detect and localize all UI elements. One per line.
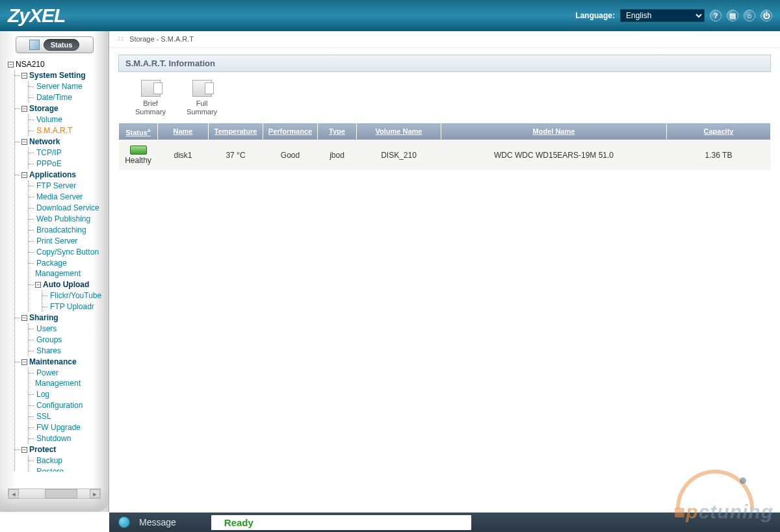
message-label: Message bbox=[139, 517, 176, 527]
toggle-icon[interactable]: − bbox=[21, 447, 27, 453]
status-text: Healthy bbox=[125, 156, 151, 165]
home-icon[interactable]: ⌂ bbox=[744, 10, 755, 21]
nav-shares[interactable]: Shares bbox=[35, 346, 61, 355]
full-summary-button[interactable]: Full Summary bbox=[187, 80, 217, 116]
cell-type: jbod bbox=[318, 140, 357, 170]
col-volume-name[interactable]: Volume Name bbox=[357, 123, 441, 140]
cell-volume-name: DISK_210 bbox=[357, 140, 441, 170]
cell-temperature: 37 °C bbox=[209, 140, 263, 170]
message-icon bbox=[118, 516, 130, 528]
nav-ssl[interactable]: SSL bbox=[35, 412, 51, 421]
logout-icon[interactable]: ⏻ bbox=[760, 10, 772, 21]
table-header-row: Status▵ Name Temperature Performance Typ… bbox=[119, 123, 771, 140]
nav-protect[interactable]: Protect bbox=[29, 445, 56, 454]
nav-applications[interactable]: Applications bbox=[29, 170, 76, 179]
nav-groups[interactable]: Groups bbox=[35, 335, 62, 344]
sort-asc-icon: ▵ bbox=[148, 127, 151, 133]
sidebar-footer-decor bbox=[0, 488, 109, 512]
nav-flickr-youtube[interactable]: Flickr/YouTube bbox=[49, 291, 101, 300]
col-performance[interactable]: Performance bbox=[263, 123, 318, 140]
brand-logo: ZyXEL bbox=[8, 5, 65, 27]
nav-download-service[interactable]: Download Service bbox=[35, 203, 99, 212]
full-summary-label-1: Full bbox=[187, 99, 217, 108]
nav-tree: −NSA210 −System Setting Server Name Date… bbox=[0, 56, 109, 472]
nav-pppoe[interactable]: PPPoE bbox=[35, 159, 62, 168]
nav-sharing[interactable]: Sharing bbox=[29, 313, 58, 322]
toggle-icon[interactable]: − bbox=[35, 282, 41, 288]
nav-log[interactable]: Log bbox=[35, 390, 49, 399]
cell-performance: Good bbox=[263, 140, 318, 170]
nav-package-mgmt[interactable]: Package Management bbox=[35, 259, 81, 278]
help-icon[interactable]: ? bbox=[710, 10, 722, 21]
nav-ftp-uploadr[interactable]: FTP Uploadr bbox=[49, 302, 94, 311]
nav-backup[interactable]: Backup bbox=[35, 456, 62, 465]
nav-server-name[interactable]: Server Name bbox=[35, 82, 83, 91]
smart-table: Status▵ Name Temperature Performance Typ… bbox=[118, 123, 771, 170]
toggle-icon[interactable]: − bbox=[21, 315, 27, 321]
status-tab[interactable]: Status bbox=[16, 36, 94, 53]
nav-power-mgmt[interactable]: Power Management bbox=[35, 368, 81, 388]
nav-network[interactable]: Network bbox=[29, 137, 60, 146]
nav-tcpip[interactable]: TCP/IP bbox=[35, 148, 62, 157]
nav-users[interactable]: Users bbox=[35, 324, 57, 333]
nav-copy-sync[interactable]: Copy/Sync Button bbox=[35, 247, 99, 257]
col-temperature[interactable]: Temperature bbox=[209, 123, 263, 140]
nav-ftp-server[interactable]: FTP Server bbox=[35, 181, 76, 190]
nav-web-publishing[interactable]: Web Publishing bbox=[35, 214, 90, 223]
nav-shutdown[interactable]: Shutdown bbox=[35, 434, 71, 443]
nav-maintenance[interactable]: Maintenance bbox=[29, 357, 77, 366]
toggle-icon[interactable]: − bbox=[8, 62, 14, 68]
status-pill: Status bbox=[44, 39, 80, 51]
language-label: Language: bbox=[575, 11, 615, 20]
nav-auto-upload[interactable]: Auto Upload bbox=[43, 280, 89, 289]
breadcrumb-text: Storage - S.M.A.R.T bbox=[129, 35, 194, 43]
col-model-name[interactable]: Model Name bbox=[441, 123, 667, 140]
nav-fw-upgrade[interactable]: FW Upgrade bbox=[35, 423, 81, 432]
nav-print-server[interactable]: Print Server bbox=[35, 236, 77, 246]
toggle-icon[interactable]: − bbox=[21, 139, 27, 145]
nav-restore[interactable]: Restore bbox=[35, 467, 64, 472]
tree-root[interactable]: NSA210 bbox=[16, 60, 45, 69]
toggle-icon[interactable]: − bbox=[21, 106, 27, 112]
toolbar: Brief Summary Full Summary bbox=[109, 80, 780, 123]
cell-status: Healthy bbox=[119, 140, 158, 170]
brief-summary-button[interactable]: Brief Summary bbox=[135, 80, 166, 116]
col-status[interactable]: Status▵ bbox=[119, 123, 158, 140]
nav-storage[interactable]: Storage bbox=[29, 104, 58, 113]
brief-summary-icon bbox=[141, 80, 161, 97]
nav-system-setting[interactable]: System Setting bbox=[29, 71, 86, 80]
full-summary-label-2: Summary bbox=[187, 108, 217, 116]
nav-media-server[interactable]: Media Server bbox=[35, 192, 83, 201]
col-capacity[interactable]: Capacity bbox=[667, 123, 771, 140]
nav-date-time[interactable]: Date/Time bbox=[35, 93, 72, 102]
col-name[interactable]: Name bbox=[158, 123, 209, 140]
sidebar: Status −NSA210 −System Setting Server Na… bbox=[0, 31, 109, 512]
info-icon[interactable]: ▤ bbox=[727, 10, 738, 21]
content-area: ∷ Storage - S.M.A.R.T S.M.A.R.T. Informa… bbox=[109, 31, 780, 512]
app-header: ZyXEL Language: English ? ▤ ⌂ ⏻ bbox=[0, 0, 780, 31]
panel-title: S.M.A.R.T. Information bbox=[118, 55, 771, 72]
status-cube-icon bbox=[29, 40, 40, 50]
cell-model-name: WDC WDC WD15EARS-19M 51.0 bbox=[441, 140, 667, 170]
toggle-icon[interactable]: − bbox=[21, 172, 27, 178]
col-type[interactable]: Type bbox=[318, 123, 357, 140]
nav-configuration[interactable]: Configuration bbox=[35, 401, 83, 410]
message-bar: Message Ready bbox=[109, 513, 780, 532]
brief-summary-label-1: Brief bbox=[135, 99, 166, 108]
cell-name: disk1 bbox=[158, 140, 209, 170]
language-select[interactable]: English bbox=[620, 9, 705, 22]
toggle-icon[interactable]: − bbox=[21, 359, 27, 365]
full-summary-icon bbox=[192, 80, 212, 97]
cell-capacity: 1.36 TB bbox=[667, 140, 771, 170]
brief-summary-label-2: Summary bbox=[135, 108, 166, 116]
header-controls: Language: English ? ▤ ⌂ ⏻ bbox=[575, 9, 772, 22]
nav-smart[interactable]: S.M.A.R.T bbox=[35, 126, 72, 135]
table-row[interactable]: Healthy disk1 37 °C Good jbod DISK_210 W… bbox=[119, 140, 771, 170]
toggle-icon[interactable]: − bbox=[21, 73, 27, 79]
nav-broadcatching[interactable]: Broadcatching bbox=[35, 225, 86, 234]
breadcrumb-icon: ∷ bbox=[118, 35, 124, 43]
nav-volume[interactable]: Volume bbox=[35, 115, 62, 124]
breadcrumb: ∷ Storage - S.M.A.R.T bbox=[109, 31, 780, 48]
message-status: Ready bbox=[211, 515, 471, 530]
disk-healthy-icon bbox=[130, 146, 147, 155]
